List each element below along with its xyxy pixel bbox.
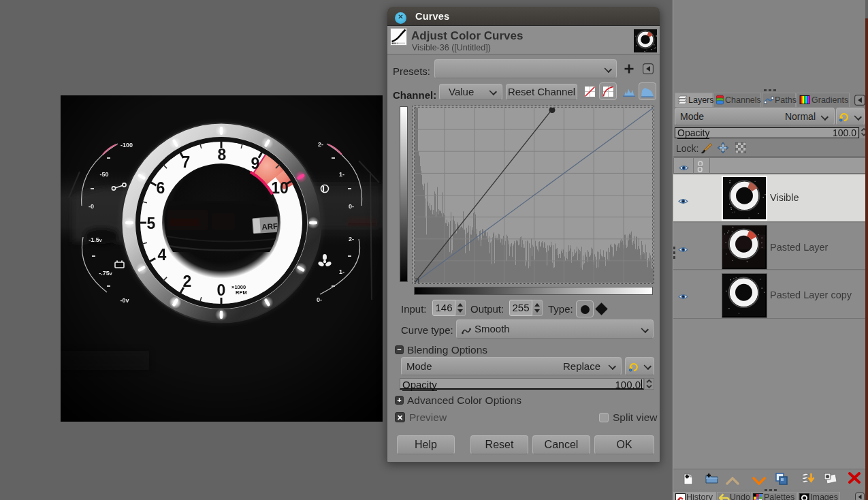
svg-text:0-: 0- xyxy=(317,296,322,303)
svg-text:-.75v: -.75v xyxy=(99,270,112,277)
svg-text:8: 8 xyxy=(218,146,227,163)
svg-text:0-: 0- xyxy=(349,203,354,210)
svg-text:-1.5v: -1.5v xyxy=(89,236,102,243)
svg-text:1-: 1- xyxy=(339,268,344,275)
svg-text:5: 5 xyxy=(147,215,156,232)
svg-text:ARF: ARF xyxy=(261,222,278,232)
svg-text:-0: -0 xyxy=(89,203,94,210)
svg-text:4: 4 xyxy=(158,246,167,264)
svg-text:2-: 2- xyxy=(349,236,354,243)
svg-text:RPM: RPM xyxy=(236,290,247,296)
svg-text:2-: 2- xyxy=(318,141,323,148)
svg-text:2: 2 xyxy=(183,272,192,290)
svg-text:9: 9 xyxy=(251,155,260,172)
svg-text:-0v: -0v xyxy=(120,297,129,304)
svg-text:6: 6 xyxy=(157,179,165,197)
svg-text:0: 0 xyxy=(217,281,226,299)
svg-text:7: 7 xyxy=(182,153,191,171)
svg-text:-50: -50 xyxy=(99,171,108,178)
svg-text:1-: 1- xyxy=(339,171,344,178)
svg-text:-100: -100 xyxy=(120,142,133,149)
svg-text:10: 10 xyxy=(271,179,289,197)
